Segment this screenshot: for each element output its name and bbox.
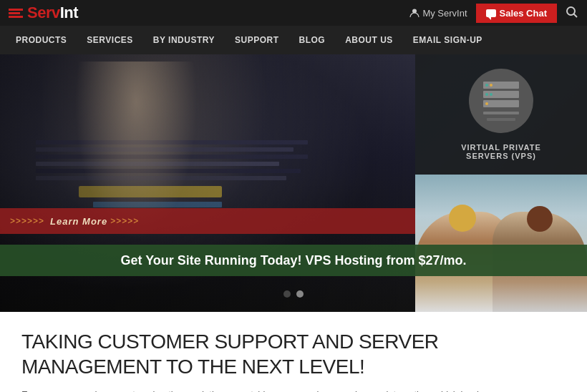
slider-dots (283, 290, 304, 298)
nav-products[interactable]: PRODUCTS (6, 26, 77, 54)
server-dot-4 (485, 102, 488, 105)
woman-left-hair (449, 205, 476, 232)
sub-text: Every server needs support—rebooting, up… (21, 388, 566, 392)
vps-label: VIRTUAL PRIVATESERVERS (VPS) (461, 143, 541, 160)
nav-services[interactable]: SERVICES (77, 26, 142, 54)
woman-right-hair (527, 206, 553, 232)
nav-bar: PRODUCTS SERVICES BY INDUSTRY SUPPORT BL… (0, 26, 587, 54)
logo[interactable]: ServInt (9, 4, 78, 22)
my-servint-button[interactable]: My ServInt (409, 8, 467, 19)
nav-email-signup[interactable]: EMAIL SIGN-UP (403, 26, 493, 54)
logo-text: ServInt (27, 4, 78, 22)
chat-bubble-icon (486, 9, 496, 17)
server-dot (485, 84, 488, 87)
svg-line-2 (574, 14, 578, 17)
content-section: TAKING CUSTOMER SUPPORT AND SERVER MANAG… (0, 312, 587, 392)
slider-dot-1[interactable] (283, 290, 291, 298)
learn-more-banner[interactable]: >>>>>> Learn More >>>>> (0, 208, 415, 234)
search-button[interactable] (566, 6, 578, 21)
slider-dot-2[interactable] (296, 290, 304, 298)
hero-section: VIRTUAL PRIVATESERVERS (VPS) >>>>>> Lear… (0, 54, 587, 312)
svg-point-1 (567, 7, 575, 15)
server-dot-yellow (490, 84, 493, 87)
server-dot-3 (490, 93, 493, 96)
nav-blog[interactable]: BLOG (289, 26, 336, 54)
vps-server-graphic (483, 82, 519, 121)
server-dot-2 (485, 93, 488, 96)
nav-by-industry[interactable]: BY INDUSTRY (143, 26, 225, 54)
server-unit-1 (483, 82, 519, 89)
server-unit-2 (483, 91, 519, 98)
user-icon (409, 8, 419, 18)
learn-more-text: Learn More (50, 216, 107, 227)
women-area (415, 175, 587, 312)
nav-support[interactable]: SUPPORT (225, 26, 289, 54)
chevrons-right-icon: >>>>> (110, 216, 139, 226)
search-icon (566, 6, 578, 19)
server-unit-3 (483, 100, 519, 107)
top-bar: ServInt My ServInt Sales Chat (0, 0, 587, 26)
vps-icon-circle (469, 69, 533, 133)
nav-about-us[interactable]: ABOUT US (335, 26, 403, 54)
top-right-actions: My ServInt Sales Chat (409, 4, 578, 23)
logo-icon (9, 9, 23, 18)
promo-bar[interactable]: Get Your Site Running Today! VPS Hosting… (0, 245, 587, 276)
promo-text: Get Your Site Running Today! VPS Hosting… (120, 253, 466, 268)
vps-card[interactable]: VIRTUAL PRIVATESERVERS (VPS) (415, 54, 587, 175)
chevrons-left-icon: >>>>>> (10, 216, 44, 226)
sales-chat-button[interactable]: Sales Chat (476, 4, 557, 23)
main-heading: TAKING CUSTOMER SUPPORT AND SERVER MANAG… (21, 329, 566, 379)
